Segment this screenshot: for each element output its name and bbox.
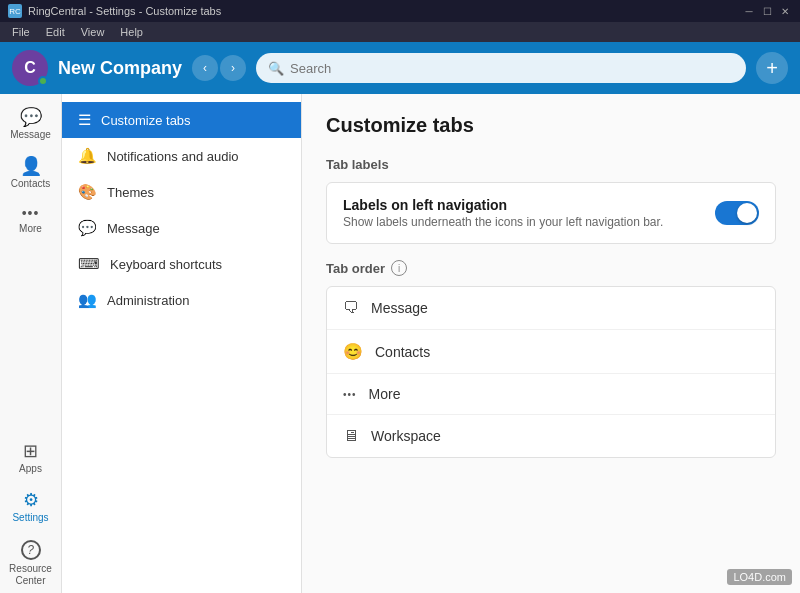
sidebar-themes-label: Themes [107,185,154,200]
tab-workspace-icon: 🖥 [343,427,359,445]
nav-resource-center-label: Resource Center [7,563,55,587]
tab-order-info-icon[interactable]: i [391,260,407,276]
tab-message-label: Message [371,300,428,316]
maximize-button[interactable]: ☐ [760,4,774,18]
search-input[interactable] [290,61,734,76]
tab-order-more[interactable]: ••• More [327,374,775,415]
sidebar-item-notifications[interactable]: 🔔 Notifications and audio [62,138,301,174]
nav-message-label: Message [10,129,51,141]
tab-more-label: More [369,386,401,402]
window-controls[interactable]: ─ ☐ ✕ [742,4,792,18]
tab-message-icon: 🗨 [343,299,359,317]
icon-nav: 💬 Message 👤 Contacts ••• More ⊞ Apps ⚙ S… [0,94,62,593]
add-button[interactable]: + [756,52,788,84]
sidebar-item-message[interactable]: 💬 Message [62,210,301,246]
notifications-icon: 🔔 [78,147,97,165]
nav-resource-center[interactable]: ? Resource Center [3,534,59,593]
title-bar: RC RingCentral - Settings - Customize ta… [0,0,800,22]
menu-bar: File Edit View Help [0,22,800,42]
administration-icon: 👥 [78,291,97,309]
avatar[interactable]: C [12,50,48,86]
minimize-button[interactable]: ─ [742,4,756,18]
sidebar-customize-tabs-label: Customize tabs [101,113,191,128]
main-content: Customize tabs Tab labels Labels on left… [302,94,800,593]
page-title: Customize tabs [326,114,776,137]
sidebar-administration-label: Administration [107,293,189,308]
sidebar-item-administration[interactable]: 👥 Administration [62,282,301,318]
tab-workspace-label: Workspace [371,428,441,444]
customize-tabs-icon: ☰ [78,111,91,129]
more-icon: ••• [22,206,40,220]
company-name: New Company [58,58,182,79]
themes-icon: 🎨 [78,183,97,201]
keyboard-icon: ⌨ [78,255,100,273]
nav-settings-label: Settings [12,512,48,524]
tab-order-section-title: Tab order [326,261,385,276]
menu-view[interactable]: View [73,22,113,42]
sidebar-notifications-label: Notifications and audio [107,149,239,164]
labels-toggle-desc: Show labels underneath the icons in your… [343,215,715,229]
close-button[interactable]: ✕ [778,4,792,18]
menu-edit[interactable]: Edit [38,22,73,42]
watermark: LO4D.com [727,569,792,585]
nav-apps-label: Apps [19,463,42,475]
forward-button[interactable]: › [220,55,246,81]
tab-order-contacts[interactable]: 😊 Contacts [327,330,775,374]
sidebar-item-themes[interactable]: 🎨 Themes [62,174,301,210]
labels-toggle-title: Labels on left navigation [343,197,715,213]
app-icon: RC [8,4,22,18]
tab-order-message[interactable]: 🗨 Message [327,287,775,330]
message-icon: 💬 [20,108,42,126]
tab-order-workspace[interactable]: 🖥 Workspace [327,415,775,457]
main-layout: 💬 Message 👤 Contacts ••• More ⊞ Apps ⚙ S… [0,94,800,593]
app-header: C New Company ‹ › 🔍 + [0,42,800,94]
labels-toggle[interactable] [715,201,759,225]
contacts-icon: 👤 [20,157,42,175]
tab-order-header: Tab order i [326,260,776,276]
labels-toggle-info: Labels on left navigation Show labels un… [343,197,715,229]
nav-contacts[interactable]: 👤 Contacts [3,151,59,196]
sidebar-message-label: Message [107,221,160,236]
settings-sidebar: ☰ Customize tabs 🔔 Notifications and aud… [62,94,302,593]
labels-toggle-row: Labels on left navigation Show labels un… [327,183,775,243]
online-badge [38,76,48,86]
apps-icon: ⊞ [23,442,38,460]
tab-labels-card: Labels on left navigation Show labels un… [326,182,776,244]
nav-message[interactable]: 💬 Message [3,102,59,147]
toggle-knob [737,203,757,223]
tab-contacts-label: Contacts [375,344,430,360]
sidebar-item-customize-tabs[interactable]: ☰ Customize tabs [62,102,301,138]
window-title: RingCentral - Settings - Customize tabs [28,5,221,17]
menu-help[interactable]: Help [112,22,151,42]
tab-contacts-icon: 😊 [343,342,363,361]
message-settings-icon: 💬 [78,219,97,237]
nav-arrows: ‹ › [192,55,246,81]
resource-center-icon: ? [21,540,41,560]
title-bar-left: RC RingCentral - Settings - Customize ta… [8,4,221,18]
nav-contacts-label: Contacts [11,178,50,190]
nav-more-label: More [19,223,42,235]
nav-more[interactable]: ••• More [3,200,59,241]
back-button[interactable]: ‹ [192,55,218,81]
nav-apps[interactable]: ⊞ Apps [3,436,59,481]
settings-icon: ⚙ [23,491,39,509]
search-icon: 🔍 [268,61,284,76]
sidebar-keyboard-label: Keyboard shortcuts [110,257,222,272]
nav-settings[interactable]: ⚙ Settings [3,485,59,530]
sidebar-item-keyboard-shortcuts[interactable]: ⌨ Keyboard shortcuts [62,246,301,282]
avatar-letter: C [24,59,36,77]
menu-file[interactable]: File [4,22,38,42]
search-bar[interactable]: 🔍 [256,53,746,83]
tab-more-icon: ••• [343,389,357,400]
tab-labels-section-title: Tab labels [326,157,776,172]
tab-order-card: 🗨 Message 😊 Contacts ••• More 🖥 Workspac… [326,286,776,458]
